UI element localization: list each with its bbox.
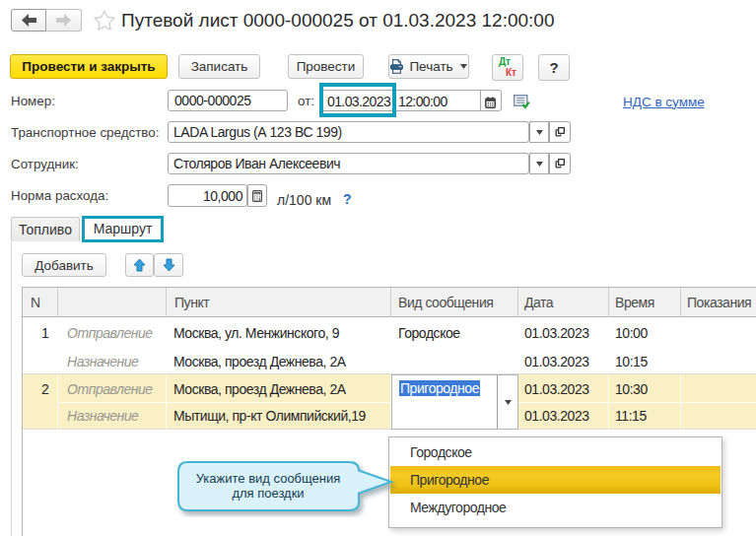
svg-text:для поездки: для поездки	[232, 486, 304, 501]
svg-text:Укажите вид сообщения: Укажите вид сообщения	[196, 471, 341, 486]
